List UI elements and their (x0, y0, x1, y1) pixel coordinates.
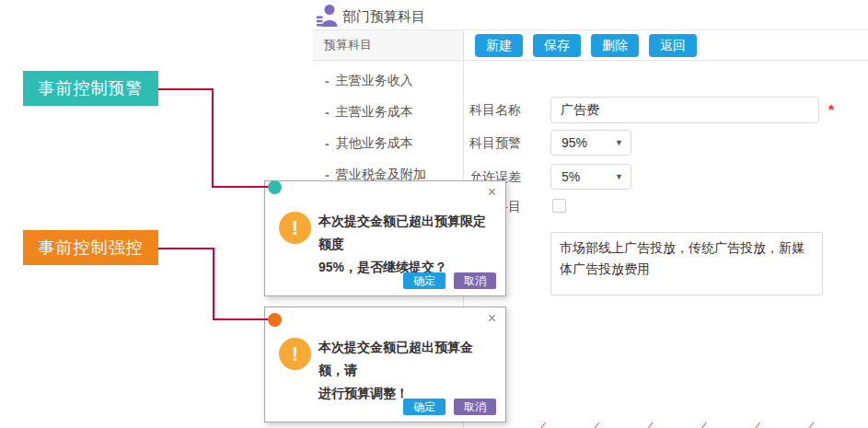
connector-line (213, 248, 214, 320)
connector-line (158, 248, 214, 249)
ok-button[interactable]: 确定 (403, 399, 446, 415)
tree-item-main-cost[interactable]: - 主营业务成本 (313, 103, 460, 121)
tree-item-main-revenue[interactable]: - 主营业务收入 (313, 72, 460, 90)
dialog-message: 本次提交金额已超出预算金额，请 进行预算调整！ (318, 336, 497, 405)
collapse-icon: - (325, 106, 330, 119)
new-button[interactable]: 新建 (475, 34, 523, 57)
collapse-icon: - (325, 168, 330, 181)
subject-warning-value: 95% (561, 135, 615, 150)
description-textarea[interactable]: 市场部线上广告投放，传统广告投放，新媒体广告投放费用 (550, 232, 823, 295)
dialog-buttons: 确定 取消 (403, 399, 496, 415)
back-button[interactable]: 返回 (649, 34, 697, 57)
delete-button[interactable]: 删除 (591, 34, 639, 57)
connector-line (212, 88, 214, 188)
hard-control-dialog: × ! 本次提交金额已超出预算金额，请 进行预算调整！ 确定 取消 (264, 307, 506, 422)
chevron-down-icon: ▼ (615, 172, 623, 181)
pre-control-warning-label: 事前控制预警 (23, 71, 158, 106)
leaf-subject-checkbox[interactable] (552, 199, 566, 213)
connector-line (158, 88, 214, 90)
ok-button[interactable]: 确定 (403, 272, 446, 289)
cancel-button[interactable]: 取消 (454, 399, 496, 415)
save-button[interactable]: 保存 (533, 34, 581, 57)
watermark-marks: ⁄ ⁄ ⁄ ⁄ ⁄ ⁄ ⁄ ⁄ ⁄ ⁄ (541, 420, 835, 428)
pre-control-hard-label: 事前控制强控 (23, 230, 158, 265)
teal-connector-dot (268, 180, 282, 194)
warning-icon: ! (279, 338, 311, 370)
required-asterisk: * (828, 101, 834, 117)
collapse-icon: - (325, 137, 330, 150)
subject-name-input[interactable] (550, 97, 819, 123)
dialog-message-line1: 本次提交金额已超出预算限定额度 (318, 210, 497, 256)
user-budget-icon (317, 4, 338, 30)
tree-item-label: 主营业务成本 (336, 104, 413, 121)
tree-item-label: 主营业务收入 (336, 73, 413, 89)
connector-line (213, 318, 271, 320)
toolbar: 新建 保存 删除 返回 (463, 30, 868, 61)
subject-warning-select[interactable]: 95% ▼ (550, 130, 631, 156)
dialog-message: 本次提交金额已超出预算限定额度 95%，是否继续提交？ (318, 210, 497, 279)
warning-dialog: × ! 本次提交金额已超出预算限定额度 95%，是否继续提交？ 确定 取消 (264, 180, 506, 296)
tree-panel-header: 预算科目 (313, 30, 463, 61)
dialog-message-line1: 本次提交金额已超出预算金额，请 (318, 336, 497, 382)
tree-item-other-cost[interactable]: - 其他业务成本 (313, 134, 460, 153)
warning-icon: ! (279, 212, 311, 244)
watermark-fragment: ⁄ ⁄ ⁄ ⁄ ⁄ ⁄ ⁄ ⁄ ⁄ ⁄ (541, 419, 863, 428)
subject-warning-label: 科目预警 (469, 130, 521, 156)
cancel-button[interactable]: 取消 (454, 272, 496, 289)
dialog-buttons: 确定 取消 (403, 272, 496, 289)
page-title: 部门预算科目 (342, 8, 425, 26)
chevron-down-icon: ▼ (615, 138, 623, 147)
tree-item-label: 其他业务成本 (336, 135, 413, 152)
connector-line (212, 186, 271, 188)
orange-connector-dot (268, 313, 282, 327)
close-icon[interactable]: × (488, 184, 496, 201)
allowed-error-select[interactable]: 5% ▼ (550, 164, 631, 190)
close-icon[interactable]: × (488, 310, 496, 327)
allowed-error-value: 5% (561, 169, 615, 184)
subject-name-label: 科目名称 (469, 97, 521, 123)
collapse-icon: - (325, 75, 330, 87)
page-canvas: 部门预算科目 预算科目 新建 保存 删除 返回 - 主营业务收入 - 主营业务成… (0, 0, 868, 428)
